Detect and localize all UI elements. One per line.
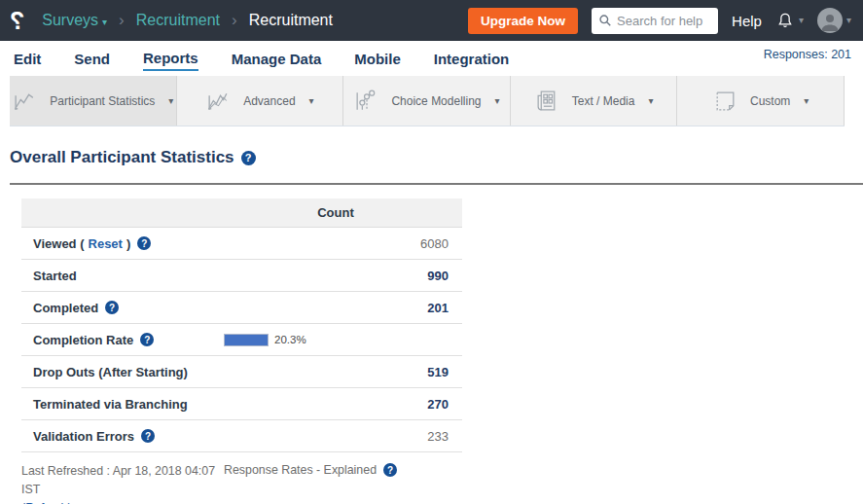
table-row-validation-errors: Validation Errors ? 233	[21, 420, 462, 452]
user-icon	[818, 10, 842, 33]
surveys-label: Surveys	[42, 12, 98, 28]
chevron-down-icon: ▾	[846, 16, 851, 25]
table-row-started: Started 990	[21, 260, 462, 292]
help-link[interactable]: Help	[732, 13, 762, 29]
help-icon[interactable]: ?	[140, 333, 154, 346]
tab-participant-statistics[interactable]: Participant Statistics▾	[10, 76, 177, 126]
help-icon[interactable]: ?	[141, 429, 155, 443]
tab-text-media[interactable]: Text / Media▾	[511, 76, 678, 126]
tab-label: Custom	[750, 94, 790, 108]
row-label: Completed	[33, 301, 98, 315]
count-column-header: Count	[209, 205, 462, 220]
row-label: Completion Rate	[33, 333, 133, 347]
reset-link[interactable]: Reset	[89, 236, 123, 251]
responses-count: Responses: 201	[764, 48, 851, 61]
nav-item-manage-data[interactable]: Manage Data	[232, 47, 322, 70]
table-row-terminated: Terminated via Branching 270	[21, 388, 462, 420]
help-icon[interactable]: ?	[241, 151, 256, 165]
completion-bar	[224, 334, 269, 346]
completion-rate-value: 20.3%	[274, 334, 306, 345]
response-rates-block: Response Rates - Explained ?	[224, 463, 397, 477]
drop-outs-count[interactable]: 519	[209, 365, 462, 379]
table-header-row: Count	[21, 198, 462, 228]
tab-label: Text / Media	[572, 94, 635, 108]
started-count[interactable]: 990	[209, 269, 462, 283]
nav-item-integration[interactable]: Integration	[434, 47, 510, 70]
response-rates-label: Response Rates - Explained	[224, 463, 377, 477]
completed-count[interactable]: 201	[209, 301, 462, 315]
nav-item-reports[interactable]: Reports	[143, 46, 198, 71]
participant-statistics-table: Count Viewed ( Reset ) ? 6080 Started 99…	[21, 198, 462, 452]
breadcrumb-survey-link[interactable]: Recruitment	[136, 12, 220, 29]
tab-custom[interactable]: Custom▾	[677, 76, 845, 126]
account-menu-button[interactable]: ▾	[817, 8, 851, 33]
questionpro-logo-icon[interactable]: ?	[10, 9, 24, 33]
row-label-end: )	[126, 236, 130, 251]
help-icon[interactable]: ?	[105, 301, 119, 314]
nav-item-mobile[interactable]: Mobile	[354, 47, 401, 70]
help-search	[592, 8, 718, 34]
upgrade-now-button[interactable]: Upgrade Now	[468, 8, 578, 34]
multi-line-chart-icon	[205, 88, 232, 114]
page-title-row: Overall Participant Statistics ?	[10, 148, 863, 167]
chevron-down-icon: ▾	[102, 17, 107, 27]
report-tabs: Participant Statistics▾ Advanced▾ Choice…	[10, 76, 845, 126]
surveys-dropdown[interactable]: Surveys▾	[42, 12, 107, 29]
table-row-completion-rate: Completion Rate ? 20.3%	[21, 324, 462, 356]
newspaper-icon	[534, 88, 560, 114]
table-footer: Last Refreshed : Apr 18, 2018 04:07 IST …	[21, 462, 863, 504]
breadcrumb: Surveys▾ › Recruitment › Recruitment	[42, 11, 333, 30]
table-row-viewed: Viewed ( Reset ) ? 6080	[21, 228, 462, 260]
survey-nav: Edit Send Reports Manage Data Mobile Int…	[0, 41, 863, 76]
table-row-drop-outs: Drop Outs (After Starting) 519	[21, 356, 462, 388]
terminated-count[interactable]: 270	[209, 397, 462, 412]
breadcrumb-current-page: Recruitment	[249, 12, 333, 29]
row-label: Terminated via Branching	[33, 397, 188, 412]
topbar-actions: Upgrade Now Help ▾ ▾	[468, 8, 851, 34]
chevron-down-icon: ▾	[309, 96, 314, 106]
bubble-chart-icon	[353, 88, 379, 114]
row-label: Viewed (	[33, 236, 85, 251]
chevron-down-icon: ▾	[799, 16, 804, 25]
tab-label: Advanced	[243, 94, 295, 108]
row-label: Drop Outs (After Starting)	[33, 365, 188, 379]
nav-item-edit[interactable]: Edit	[14, 47, 41, 70]
search-icon	[598, 14, 612, 27]
tab-label: Participant Statistics	[50, 94, 155, 108]
completion-rate-cell: 20.3%	[209, 334, 462, 346]
help-icon[interactable]: ?	[383, 463, 397, 477]
tab-advanced[interactable]: Advanced▾	[177, 76, 344, 126]
table-row-completed: Completed ? 201	[21, 292, 462, 324]
chevron-down-icon: ▾	[495, 96, 500, 106]
row-label: Validation Errors	[33, 429, 134, 444]
validation-errors-count: 233	[209, 429, 462, 444]
nav-item-send[interactable]: Send	[74, 47, 110, 70]
viewed-count: 6080	[209, 236, 462, 251]
avatar	[817, 8, 843, 33]
tab-label: Choice Modelling	[391, 94, 481, 108]
tab-choice-modelling[interactable]: Choice Modelling▾	[343, 76, 511, 126]
breadcrumb-separator: ›	[232, 11, 237, 30]
breadcrumb-separator: ›	[119, 11, 125, 30]
help-icon[interactable]: ?	[137, 236, 151, 250]
line-chart-icon	[12, 88, 38, 114]
notifications-button[interactable]: ▾	[775, 11, 804, 30]
chevron-down-icon: ▾	[168, 96, 173, 106]
top-bar: ? Surveys▾ › Recruitment › Recruitment U…	[0, 0, 863, 41]
page-icon	[712, 88, 738, 114]
last-refreshed-text: Last Refreshed : Apr 18, 2018 04:07 IST	[21, 464, 215, 496]
chevron-down-icon: ▾	[648, 96, 653, 106]
page-title: Overall Participant Statistics	[10, 148, 234, 167]
row-label: Started	[33, 269, 77, 283]
section-divider	[10, 183, 863, 185]
chevron-down-icon: ▾	[804, 96, 809, 106]
last-refreshed-block: Last Refreshed : Apr 18, 2018 04:07 IST …	[21, 462, 224, 504]
bell-icon	[775, 11, 795, 30]
